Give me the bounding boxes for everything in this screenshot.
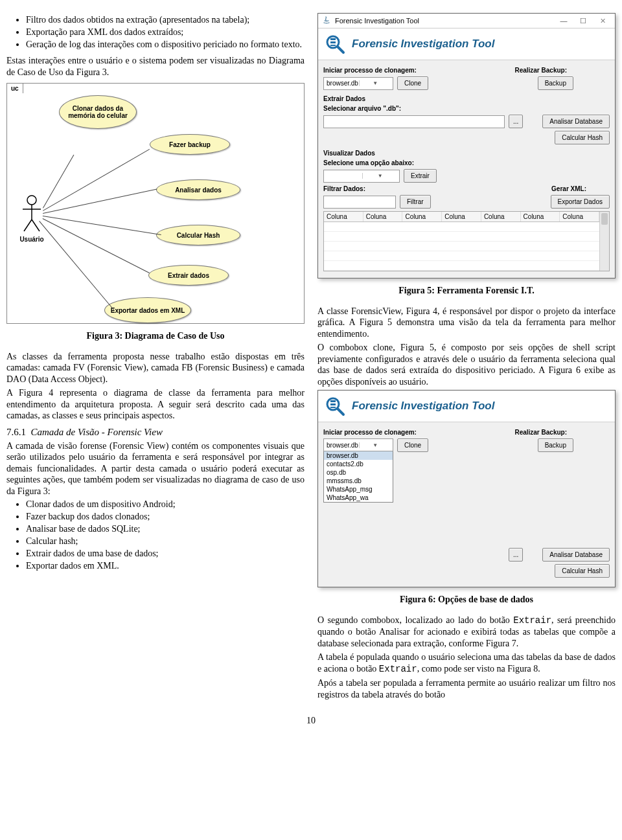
action-bullet-list: Clonar dados de um dispositivo Android; … [6,499,305,571]
table-row [324,232,599,242]
right-column: Forensic Investigation Tool — ☐ ✕ [317,13,616,703]
analyze-db-button[interactable]: Analisar Database [542,115,610,128]
section-extract: Extrair Dados [323,95,610,102]
list-item: Extrair dados de uma base de dados; [26,549,305,559]
column-header: Coluna [402,212,442,221]
chevron-down-icon: ▼ [362,173,398,179]
label-filter: Filtrar Dados: [323,185,365,192]
section-heading-761: 7.6.1 Camada de Visão - Forensic View [6,427,305,438]
svg-rect-12 [330,403,336,405]
window-titlebar: Forensic Investigation Tool — ☐ ✕ [318,14,615,28]
usecase-backup: Fazer backup [150,134,230,155]
actor-usuario: Usuário [19,194,45,243]
svg-line-3 [24,220,32,231]
table-row [324,222,599,232]
list-item: Clonar dados de um dispositivo Android; [26,499,305,510]
svg-rect-7 [330,41,336,43]
label-choose-option: Selecione uma opção abaixo: [323,159,414,166]
dropdown-option[interactable]: browser.db [324,451,393,460]
paragraph: A Figura 4 representa o diagrama de clas… [6,387,305,422]
list-item: Exportar dados em XML. [26,561,305,571]
paragraph: O combobox clone, Figura 5, é composto p… [317,342,616,387]
paragraph: A classe ForensicView, Figura 4, é respo… [317,306,616,340]
list-item: Calcular hash; [26,536,305,547]
app-banner: Forensic Investigation Tool [318,391,615,422]
label-gen-xml: Gerar XML: [551,185,586,192]
dropdown-option[interactable]: WhatsApp_msg [324,485,393,494]
backup-button[interactable]: Backup [538,438,573,452]
list-item: Fazer backup dos dados clonados; [26,512,305,522]
figure-6-window: Forensic Investigation Tool Iniciar proc… [317,390,616,587]
filter-button[interactable]: Filtrar [400,195,431,209]
svg-point-0 [27,196,36,205]
close-icon[interactable]: ✕ [594,16,611,26]
column-header: Coluna [442,212,481,221]
chevron-down-icon: ▼ [359,442,392,448]
app-banner: Forensic Investigation Tool [318,28,615,60]
java-icon [322,16,331,25]
vertical-scrollbar[interactable] [599,212,609,271]
table-row [324,242,599,251]
clone-combobox[interactable]: browser.db▼ [323,77,393,90]
usecase-analyze: Analisar dados [156,179,240,200]
chevron-down-icon: ▼ [359,80,392,86]
diagram-tab: uc [6,83,23,93]
label-backup: Realizar Backup: [514,67,567,74]
browse-button[interactable]: ... [509,548,523,562]
usecase-export: Exportar dados em XML [104,297,191,323]
paragraph: O segundo combobox, localizado ao lado d… [317,615,616,650]
results-table: Coluna Coluna Coluna Coluna Coluna Colun… [323,211,610,271]
svg-rect-13 [330,407,336,408]
usecase-extract: Extrair dados [148,265,229,286]
top-bullet-list: Filtro dos dados obtidos na extração (ap… [6,15,305,50]
dropdown-option[interactable]: osp.db [324,468,393,477]
table-row [324,261,599,271]
list-item: Filtro dos dados obtidos na extração (ap… [26,15,305,25]
paragraph: As classes da ferramenta proposta nesse … [6,351,305,385]
figure-5-window: Forensic Investigation Tool — ☐ ✕ [317,13,616,278]
paragraph: Estas interações entre o usuário e o sis… [6,55,305,78]
actor-label: Usuário [19,236,45,243]
dropdown-option[interactable]: contacts2.db [324,460,393,468]
svg-rect-6 [330,38,336,40]
clone-combobox-open[interactable]: browser.db▼ [323,438,393,451]
calc-hash-button[interactable]: Calcular Hash [555,131,610,144]
table-row [324,251,599,261]
list-item: Exportação para XML dos dados extraídos; [26,27,305,38]
paragraph: Após a tabela ser populada a ferramenta … [317,677,616,700]
section-view: Visualizar Dados [323,150,610,157]
clone-button[interactable]: Clone [397,438,428,452]
calc-hash-button[interactable]: Calcular Hash [555,564,610,578]
analyze-db-button[interactable]: Analisar Database [542,548,610,562]
dropdown-option[interactable]: mmssms.db [324,477,393,485]
extract-combobox[interactable]: ▼ [323,170,400,183]
banner-title: Forensic Investigation Tool [352,400,494,413]
banner-title: Forensic Investigation Tool [352,38,494,51]
column-header: Coluna [324,212,363,221]
column-header: Coluna [521,212,560,221]
svg-rect-11 [330,400,336,402]
extract-button[interactable]: Extrair [404,169,437,183]
list-item: Analisar base de dados SQLite; [26,524,305,534]
minimize-icon[interactable]: — [555,16,572,26]
label-select-db: Selecionar arquivo ".db": [323,105,401,112]
backup-button[interactable]: Backup [538,76,573,90]
figure-3-caption: Figura 3: Diagrama de Caso de Uso [6,330,305,342]
db-path-input[interactable] [323,115,505,128]
maximize-icon[interactable]: ☐ [575,16,592,26]
dropdown-option[interactable]: WhatsApp_wa [324,494,393,502]
export-button[interactable]: Exportar Dados [551,195,610,209]
filter-input[interactable] [323,196,396,209]
paragraph: A tabela é populada quando o usuário sel… [317,652,616,675]
svg-line-4 [32,220,40,231]
browse-button[interactable]: ... [509,115,523,128]
label-clone: Iniciar processo de clonagem: [323,67,417,74]
svg-line-9 [338,47,343,52]
clone-button[interactable]: Clone [397,76,428,90]
usecase-clone: Clonar dados da memória do celular [59,95,137,129]
clone-dropdown-list[interactable]: browser.db contacts2.db osp.db mmssms.db… [323,451,393,503]
svg-rect-8 [330,45,336,46]
magnifier-icon [323,32,347,56]
figure-5-caption: Figura 5: Ferramenta Forensic I.T. [317,285,616,297]
label-backup: Realizar Backup: [514,429,567,436]
